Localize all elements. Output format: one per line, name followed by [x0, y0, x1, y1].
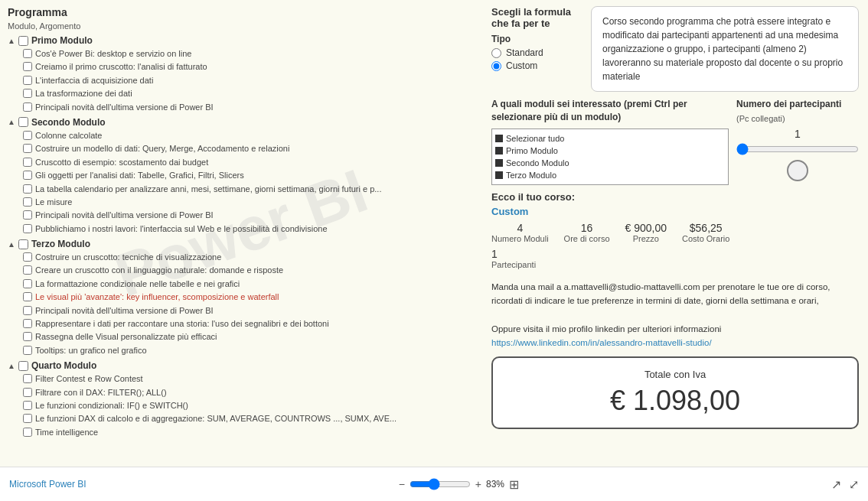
share-button[interactable]: ↗ [831, 477, 841, 492]
modulo-list-label: Primo Modulo [506, 146, 558, 155]
item-checkbox[interactable] [23, 76, 32, 85]
item-checkbox[interactable] [23, 428, 32, 437]
module-item: Time intelligence [8, 426, 475, 439]
modulo-square-icon [495, 171, 503, 179]
corso-stats: 4 Numero Moduli 16 Ore di corso € 900,00… [491, 222, 859, 243]
item-checkbox[interactable] [23, 401, 32, 410]
item-label: Rassegna delle Visual personalizzate più… [35, 331, 217, 343]
item-checkbox[interactable] [23, 374, 32, 383]
corso-section: Ecco il tuo corso: Custom 4 Numero Modul… [491, 191, 859, 274]
item-label: Cos'è Power Bi: desktop e servizio on li… [35, 48, 191, 60]
interest-right: Numero dei partecipanti (Pc collegati) 1 [736, 98, 859, 181]
item-checkbox[interactable] [23, 319, 32, 328]
item-checkbox[interactable] [23, 346, 32, 355]
module-item: Rassegna delle Visual personalizzate più… [8, 330, 475, 343]
description-text: Corso secondo programma che potrà essere… [602, 16, 843, 82]
item-label: La tabella calendario per analizzare ann… [35, 184, 381, 195]
module-checkbox-2[interactable] [18, 239, 28, 249]
item-checkbox[interactable] [23, 224, 32, 233]
modulo-list[interactable]: Selezionar tudoPrimo ModuloSecondo Modul… [491, 129, 729, 185]
item-checkbox[interactable] [23, 210, 32, 220]
module-item: Principali novità dell'ultima versione d… [8, 101, 475, 114]
item-label: La trasformazione dei dati [35, 88, 132, 99]
modulo-list-item[interactable]: Primo Modulo [495, 145, 725, 157]
module-group-0: ▲ Primo ModuloCos'è Power Bi: desktop e … [8, 35, 475, 114]
ore-corso-label: Ore di corso [564, 234, 610, 243]
radio-standard-input[interactable] [491, 48, 501, 58]
item-checkbox[interactable] [23, 184, 32, 194]
modulo-list-label: Selezionar tudo [506, 134, 564, 143]
arrow-icon: ▲ [8, 240, 15, 249]
module-checkbox-0[interactable] [18, 36, 28, 46]
item-checkbox[interactable] [23, 388, 32, 397]
item-checkbox[interactable] [23, 252, 32, 262]
module-item: Costruire un cruscotto: tecniche di visu… [8, 251, 475, 264]
modules-container: ▲ Primo ModuloCos'è Power Bi: desktop e … [8, 35, 475, 439]
module-item: Rappresentare i dati per raccontare una … [8, 317, 475, 330]
costo-orario-value: $56,25 [682, 222, 729, 234]
item-checkbox[interactable] [23, 332, 32, 341]
zoom-minus-button[interactable]: − [399, 478, 405, 490]
module-item: Cruscotto di esempio: scostamento dai bu… [8, 156, 475, 169]
item-checkbox[interactable] [23, 197, 32, 207]
radio-standard[interactable]: Standard [491, 47, 583, 58]
expand-button[interactable]: ⤢ [849, 477, 859, 492]
item-label: Cruscotto di esempio: scostamento dai bu… [35, 157, 208, 168]
module-item: Le funzioni condizionali: IF() e SWITCH(… [8, 399, 475, 412]
description-box: Corso secondo programma che potrà essere… [591, 6, 859, 92]
module-item: Filtrare con il DAX: FILTER(); ALL() [8, 386, 475, 399]
radio-custom[interactable]: Custom [491, 60, 583, 71]
item-checkbox[interactable] [23, 62, 32, 71]
zoom-plus-button[interactable]: + [475, 478, 481, 490]
module-header-2: ▲ Terzo Modulo [8, 239, 475, 249]
item-checkbox[interactable] [23, 292, 32, 301]
modulo-list-item[interactable]: Secondo Modulo [495, 157, 725, 169]
item-checkbox[interactable] [23, 144, 32, 153]
arrow-icon: ▲ [8, 37, 15, 45]
radio-standard-label: Standard [506, 47, 543, 58]
participants-title: Numero dei partecipanti [736, 98, 859, 111]
powerbi-link[interactable]: Microsoft Power BI [9, 479, 86, 490]
item-label: Principali novità dell'ultima versione d… [35, 102, 214, 113]
item-checkbox[interactable] [23, 414, 32, 423]
fit-page-button[interactable]: ⊞ [509, 477, 519, 492]
item-label: Pubblichiamo i nostri lavori: l'interfac… [35, 223, 328, 235]
item-label: Colonne calcolate [35, 130, 102, 142]
total-label: Totale con Iva [504, 369, 847, 380]
top-section: Scegli la formula che fa per te Tipo Sta… [491, 6, 859, 92]
radio-custom-input[interactable] [491, 61, 501, 71]
module-checkbox-1[interactable] [18, 117, 28, 127]
item-checkbox[interactable] [23, 158, 32, 167]
item-checkbox[interactable] [23, 171, 32, 180]
item-label: Le misure [35, 197, 72, 208]
total-value: € 1.098,00 [504, 385, 847, 417]
left-panel: Power BI Programma Modulo, Argomento ▲ P… [0, 0, 482, 467]
arrow-icon: ▲ [8, 118, 15, 126]
item-label: Costruire un cruscotto: tecniche di visu… [35, 252, 221, 263]
participants-slider[interactable] [736, 143, 859, 155]
programma-title: Programma [8, 6, 475, 18]
module-checkbox-3[interactable] [18, 361, 28, 371]
participants-sub: (Pc collegati) [736, 114, 859, 123]
module-item: Tooltips: un grafico nel grafico [8, 344, 475, 357]
module-item: Principali novità dell'ultima versione d… [8, 304, 475, 317]
zoom-slider[interactable] [410, 478, 471, 490]
item-checkbox[interactable] [23, 49, 32, 58]
module-header-3: ▲ Quarto Modulo [8, 360, 475, 371]
modulo-list-item[interactable]: Selezionar tudo [495, 132, 725, 145]
item-checkbox[interactable] [23, 102, 32, 112]
item-checkbox[interactable] [23, 89, 32, 98]
item-checkbox[interactable] [23, 131, 32, 140]
bottom-icons: ↗ ⤢ [831, 477, 859, 492]
custom-badge: Custom [491, 206, 859, 217]
module-item: Filter Contest e Row Contest [8, 372, 475, 386]
item-checkbox[interactable] [23, 265, 32, 275]
module-name-0: Primo Modulo [31, 35, 93, 46]
radio-custom-label: Custom [506, 60, 537, 71]
linkedin-link[interactable]: https://www.linkedin.com/in/alessandro-m… [491, 338, 712, 347]
item-label: Filtrare con il DAX: FILTER(); ALL() [35, 387, 167, 399]
modulo-list-item[interactable]: Terzo Modulo [495, 169, 725, 181]
item-checkbox[interactable] [23, 306, 32, 315]
module-group-1: ▲ Secondo ModuloColonne calcolateCostrui… [8, 117, 475, 236]
item-checkbox[interactable] [23, 279, 32, 288]
